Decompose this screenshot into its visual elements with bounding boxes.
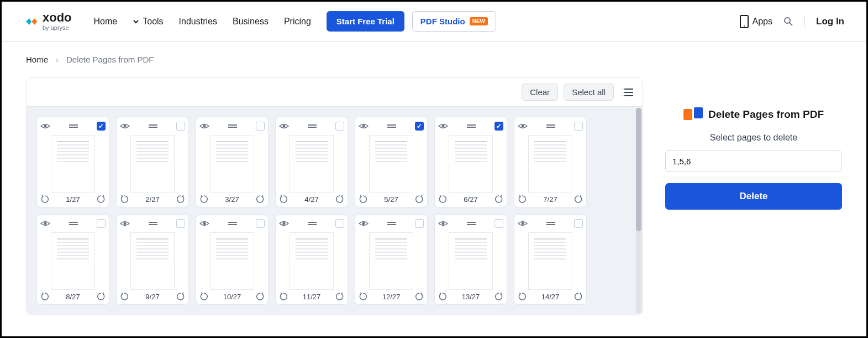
page-checkbox[interactable] [97,219,106,228]
page-thumb[interactable]: 14/27 [514,214,587,305]
vertical-scrollbar[interactable] [636,108,641,314]
nav-home[interactable]: Home [94,17,118,27]
rotate-left-icon[interactable] [438,292,447,301]
rotate-right-icon[interactable] [256,195,265,204]
rotate-left-icon[interactable] [518,195,527,204]
rotate-left-icon[interactable] [518,292,527,301]
eye-icon[interactable] [120,122,130,130]
select-all-button[interactable]: Select all [564,84,614,101]
eye-icon[interactable] [40,122,50,130]
page-checkbox[interactable] [495,219,503,228]
eye-icon[interactable] [279,122,289,130]
page-thumb[interactable]: 9/27 [116,214,189,305]
page-checkbox[interactable] [97,122,106,131]
breadcrumb-home[interactable]: Home [26,55,48,64]
drag-handle-icon[interactable] [467,123,476,129]
page-thumb[interactable]: 1/27 [36,117,109,207]
delete-button[interactable]: Delete [665,183,842,210]
rotate-left-icon[interactable] [120,292,129,301]
search-icon[interactable] [783,17,793,27]
eye-icon[interactable] [120,220,130,227]
rotate-left-icon[interactable] [279,195,288,204]
drag-handle-icon[interactable] [387,221,396,226]
rotate-left-icon[interactable] [120,195,129,204]
drag-handle-icon[interactable] [149,221,157,226]
page-thumb[interactable]: 7/27 [514,117,587,207]
pages-selection-input[interactable] [665,150,842,172]
eye-icon[interactable] [199,122,209,130]
page-checkbox[interactable] [415,122,424,131]
rotate-left-icon[interactable] [359,292,367,301]
rotate-left-icon[interactable] [40,195,49,204]
scrollbar-thumb[interactable] [636,108,641,231]
rotate-left-icon[interactable] [279,292,288,301]
login-button[interactable]: Log In [816,16,844,27]
drag-handle-icon[interactable] [69,123,78,129]
eye-icon[interactable] [518,220,528,227]
eye-icon[interactable] [438,220,448,227]
rotate-left-icon[interactable] [438,195,447,204]
rotate-left-icon[interactable] [199,292,208,301]
page-checkbox[interactable] [574,122,583,131]
rotate-right-icon[interactable] [97,292,106,301]
rotate-right-icon[interactable] [574,292,583,301]
rotate-right-icon[interactable] [415,292,424,301]
logo[interactable]: xodo by apryse [24,12,72,31]
page-checkbox[interactable] [256,122,265,131]
page-thumb[interactable]: 12/27 [355,214,428,305]
nav-business[interactable]: Business [233,17,269,27]
eye-icon[interactable] [438,122,448,130]
rotate-right-icon[interactable] [495,292,503,301]
page-thumb[interactable]: 5/27 [355,117,428,207]
drag-handle-icon[interactable] [546,221,555,226]
rotate-right-icon[interactable] [335,195,344,204]
page-checkbox[interactable] [176,122,185,131]
rotate-right-icon[interactable] [176,292,185,301]
page-thumb[interactable]: 10/27 [196,214,269,305]
eye-icon[interactable] [518,122,528,130]
rotate-right-icon[interactable] [97,195,106,204]
drag-handle-icon[interactable] [308,221,317,226]
rotate-right-icon[interactable] [415,195,424,204]
page-checkbox[interactable] [335,219,344,228]
page-thumb[interactable]: 3/27 [196,117,269,207]
page-checkbox[interactable] [574,219,583,228]
drag-handle-icon[interactable] [228,123,237,129]
eye-icon[interactable] [359,122,369,130]
page-thumb[interactable]: 6/27 [434,117,507,207]
rotate-right-icon[interactable] [495,195,503,204]
page-thumb[interactable]: 2/27 [116,117,189,207]
drag-handle-icon[interactable] [228,221,237,226]
page-checkbox[interactable] [176,219,185,228]
list-view-icon[interactable] [623,87,635,97]
rotate-left-icon[interactable] [199,195,208,204]
nav-tools[interactable]: Tools [133,17,163,27]
rotate-right-icon[interactable] [256,292,265,301]
page-checkbox[interactable] [415,219,424,228]
clear-button[interactable]: Clear [522,84,558,101]
rotate-right-icon[interactable] [335,292,344,301]
page-checkbox[interactable] [256,219,265,228]
eye-icon[interactable] [359,220,369,227]
page-thumb[interactable]: 11/27 [275,214,348,305]
drag-handle-icon[interactable] [546,123,555,129]
rotate-right-icon[interactable] [176,195,185,204]
pdf-studio-button[interactable]: PDF Studio NEW [412,11,496,32]
rotate-right-icon[interactable] [574,195,583,204]
rotate-left-icon[interactable] [359,195,367,204]
drag-handle-icon[interactable] [467,221,476,226]
page-checkbox[interactable] [495,122,503,131]
eye-icon[interactable] [279,220,289,227]
drag-handle-icon[interactable] [387,123,396,129]
nav-pricing[interactable]: Pricing [284,17,311,27]
page-checkbox[interactable] [335,122,344,131]
eye-icon[interactable] [40,220,50,227]
drag-handle-icon[interactable] [149,123,157,129]
drag-handle-icon[interactable] [308,123,317,129]
page-thumb[interactable]: 8/27 [36,214,109,305]
nav-industries[interactable]: Industries [179,17,217,27]
page-thumb[interactable]: 13/27 [434,214,507,305]
start-trial-button[interactable]: Start Free Trial [327,11,404,32]
drag-handle-icon[interactable] [69,221,78,226]
eye-icon[interactable] [199,220,209,227]
